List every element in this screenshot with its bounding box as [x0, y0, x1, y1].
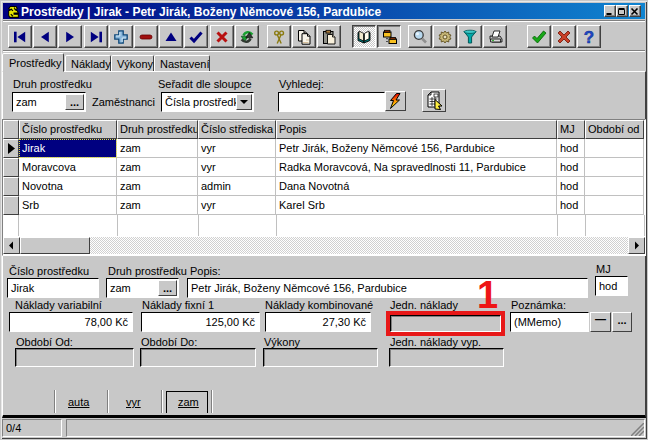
- svg-text:?: ?: [584, 29, 594, 45]
